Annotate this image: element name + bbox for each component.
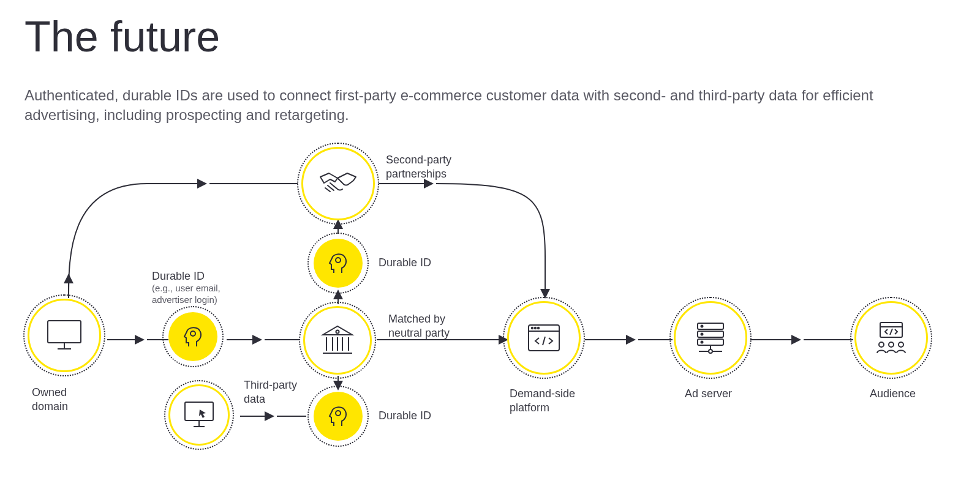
diagram-page: The future Authenticated, durable IDs ar… <box>0 0 980 497</box>
page-title: The future <box>24 12 220 61</box>
node-ad-server <box>674 301 747 375</box>
svg-point-29 <box>336 258 341 263</box>
node-third-party <box>168 384 230 446</box>
svg-rect-41 <box>698 331 723 337</box>
node-owned-domain <box>28 299 101 372</box>
label-durable-id-bottom: Durable ID <box>379 409 431 423</box>
svg-point-45 <box>701 342 703 343</box>
svg-point-21 <box>190 331 195 336</box>
node-neutral-party <box>303 306 372 375</box>
label-neutral-party: Matched by neutral party <box>388 312 450 340</box>
sublabel-durable-id-1: (e.g., user email, advertiser login) <box>152 283 221 306</box>
svg-point-55 <box>899 342 903 347</box>
head-icon <box>314 392 363 441</box>
node-dsp <box>507 301 581 375</box>
page-subtitle: Authenticated, durable IDs are used to c… <box>24 86 882 125</box>
label-audience: Audience <box>870 387 916 401</box>
server-icon <box>674 301 747 375</box>
audience-icon <box>854 301 928 375</box>
node-audience <box>854 301 928 375</box>
connector-lines <box>0 0 980 497</box>
svg-point-36 <box>532 327 533 329</box>
monitor-icon <box>28 299 101 372</box>
svg-point-43 <box>701 326 703 327</box>
svg-line-39 <box>543 337 545 345</box>
svg-rect-50 <box>880 323 902 337</box>
svg-point-47 <box>709 349 712 353</box>
svg-point-38 <box>538 327 539 329</box>
svg-line-52 <box>890 329 892 335</box>
label-second-party: Second-party partnerships <box>386 153 451 181</box>
svg-point-44 <box>701 334 703 335</box>
svg-point-53 <box>879 342 884 347</box>
node-durable-id-1 <box>168 312 217 361</box>
svg-rect-31 <box>185 402 213 420</box>
label-durable-id-top: Durable ID <box>379 256 431 270</box>
label-dsp: Demand-side platform <box>510 387 575 414</box>
label-third-party: Third-party data <box>244 378 297 406</box>
monitor-cursor-icon <box>168 384 230 446</box>
node-durable-id-bottom <box>314 392 363 441</box>
svg-point-37 <box>535 327 536 329</box>
svg-rect-40 <box>698 323 723 329</box>
label-owned-domain: Owned domain <box>32 386 68 413</box>
head-icon <box>314 239 363 288</box>
svg-rect-42 <box>698 339 723 345</box>
browser-code-icon <box>507 301 581 375</box>
label-durable-id-1: Durable ID <box>152 269 205 283</box>
svg-rect-18 <box>48 321 81 343</box>
svg-point-30 <box>336 411 341 416</box>
node-durable-id-top <box>314 239 363 288</box>
bank-icon <box>303 306 372 375</box>
head-icon <box>168 312 217 361</box>
svg-point-54 <box>889 342 894 347</box>
label-ad-server: Ad server <box>685 387 732 401</box>
node-second-party <box>301 147 375 220</box>
svg-point-28 <box>336 331 339 334</box>
handshake-icon <box>301 147 375 220</box>
svg-rect-34 <box>529 325 559 351</box>
